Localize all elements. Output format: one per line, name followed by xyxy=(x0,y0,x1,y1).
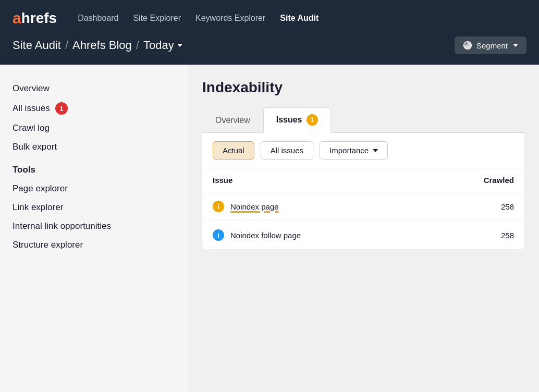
issues-table: Issue Crawled i Noindex page 258 xyxy=(202,168,524,249)
main-layout: Overview All issues 1 Crawl log Bulk exp… xyxy=(0,65,539,392)
top-navigation: ahrefs Dashboard Site Explorer Keywords … xyxy=(0,0,539,36)
tools-section-title: Tools xyxy=(13,156,175,179)
sidebar-label-crawl-log: Crawl log xyxy=(13,123,50,133)
column-crawled: Crawled xyxy=(421,168,524,192)
nav-site-audit[interactable]: Site Audit xyxy=(280,14,318,23)
info-icon-yellow: i xyxy=(213,201,224,212)
tab-issues-label: Issues xyxy=(276,115,302,125)
breadcrumb: Site Audit / Ahrefs Blog / Today xyxy=(13,39,182,52)
issue-cell-1: i Noindex page xyxy=(202,192,421,221)
logo: ahrefs xyxy=(13,9,57,27)
sidebar-label-all-issues: All issues xyxy=(13,103,50,114)
crawled-count-1: 258 xyxy=(421,192,524,221)
importance-label: Importance xyxy=(329,146,369,155)
tab-issues-badge: 1 xyxy=(307,114,318,126)
breadcrumb-sep1: / xyxy=(65,39,68,52)
importance-filter-button[interactable]: Importance xyxy=(320,141,388,160)
nav-site-explorer[interactable]: Site Explorer xyxy=(133,14,181,23)
breadcrumb-bar: Site Audit / Ahrefs Blog / Today Segment xyxy=(0,36,539,65)
issue-cell-2: i Noindex follow page xyxy=(202,221,421,250)
importance-chevron-icon xyxy=(373,149,378,152)
breadcrumb-today-dropdown[interactable]: Today xyxy=(143,39,182,52)
logo-rest: hrefs xyxy=(21,10,57,27)
all-issues-filter-button[interactable]: All issues xyxy=(261,141,313,160)
column-issue: Issue xyxy=(202,168,421,192)
nav-links: Dashboard Site Explorer Keywords Explore… xyxy=(78,14,318,23)
logo-a: a xyxy=(13,9,21,27)
issues-panel: Actual All issues Importance Issue Crawl… xyxy=(202,133,524,249)
breadcrumb-site-audit[interactable]: Site Audit xyxy=(13,39,61,52)
breadcrumb-blog[interactable]: Ahrefs Blog xyxy=(72,39,132,52)
sidebar-label-overview: Overview xyxy=(13,83,50,94)
tab-overview[interactable]: Overview xyxy=(202,107,263,133)
crawled-count-2: 258 xyxy=(421,221,524,250)
sidebar-item-page-explorer[interactable]: Page explorer xyxy=(13,179,175,198)
sidebar-item-link-explorer[interactable]: Link explorer xyxy=(13,198,175,217)
sidebar: Overview All issues 1 Crawl log Bulk exp… xyxy=(0,65,188,392)
sidebar-item-internal-link-opportunities[interactable]: Internal link opportunities xyxy=(13,217,175,236)
sidebar-label-page-explorer: Page explorer xyxy=(13,183,68,194)
table-row: i Noindex follow page 258 xyxy=(202,221,524,250)
tab-overview-label: Overview xyxy=(215,116,250,125)
page-title: Indexability xyxy=(202,79,524,96)
actual-filter-button[interactable]: Actual xyxy=(213,141,254,160)
sidebar-label-link-explorer: Link explorer xyxy=(13,202,63,213)
info-icon-blue: i xyxy=(213,229,224,241)
sidebar-item-structure-explorer[interactable]: Structure explorer xyxy=(13,236,175,254)
chevron-down-icon xyxy=(177,44,182,47)
sidebar-label-bulk-export: Bulk export xyxy=(13,142,57,152)
breadcrumb-sep2: / xyxy=(136,39,139,52)
segment-label: Segment xyxy=(476,41,508,50)
issue-link-noindex-follow-page[interactable]: Noindex follow page xyxy=(230,231,301,240)
sidebar-label-structure-explorer: Structure explorer xyxy=(13,240,83,250)
segment-chevron-icon xyxy=(513,44,518,47)
sidebar-item-bulk-export[interactable]: Bulk export xyxy=(13,138,175,156)
sidebar-item-all-issues[interactable]: All issues 1 xyxy=(13,98,175,119)
sidebar-item-crawl-log[interactable]: Crawl log xyxy=(13,119,175,138)
all-issues-badge: 1 xyxy=(55,102,68,115)
pie-chart-icon xyxy=(463,41,472,50)
table-row: i Noindex page 258 xyxy=(202,192,524,221)
tab-issues[interactable]: Issues 1 xyxy=(263,107,331,133)
nav-keywords-explorer[interactable]: Keywords Explorer xyxy=(195,14,265,23)
tabs-container: Overview Issues 1 xyxy=(202,106,524,133)
segment-button[interactable]: Segment xyxy=(455,36,526,54)
filter-bar: Actual All issues Importance xyxy=(202,133,524,168)
breadcrumb-today-label: Today xyxy=(143,39,174,52)
table-header-row: Issue Crawled xyxy=(202,168,524,192)
nav-dashboard[interactable]: Dashboard xyxy=(78,14,118,23)
content-area: Indexability Overview Issues 1 Actual Al… xyxy=(188,65,539,392)
issue-link-noindex-page[interactable]: Noindex page xyxy=(230,202,279,211)
sidebar-item-overview[interactable]: Overview xyxy=(13,79,175,98)
sidebar-label-internal-link-opp: Internal link opportunities xyxy=(13,221,111,231)
